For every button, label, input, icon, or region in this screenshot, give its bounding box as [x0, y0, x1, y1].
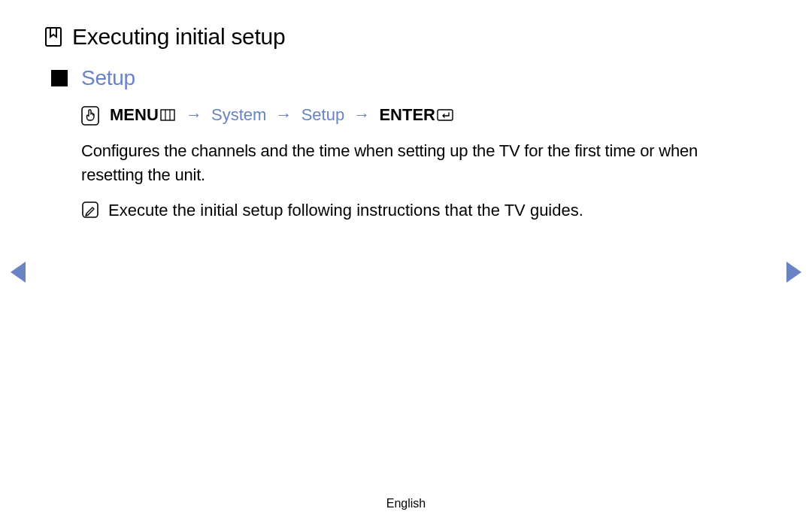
note-row: Execute the initial setup following inst…: [45, 199, 767, 223]
footer-language: English: [0, 497, 812, 510]
nav-system-label: System: [211, 105, 266, 124]
nav-arrow-1: →: [186, 105, 202, 124]
title-row: Executing initial setup: [45, 24, 767, 50]
section-heading: Setup: [81, 66, 135, 90]
svg-rect-5: [438, 110, 453, 120]
svg-rect-0: [46, 28, 61, 46]
enter-key-icon: [437, 106, 453, 126]
prev-page-arrow[interactable]: [11, 262, 26, 283]
square-bullet-icon: [51, 70, 68, 86]
nav-setup-label: Setup: [301, 105, 345, 124]
description-text: Configures the channels and the time whe…: [45, 139, 767, 187]
hand-pointer-icon: [81, 106, 99, 126]
nav-arrow-2: →: [276, 105, 292, 124]
note-icon: [81, 201, 99, 219]
page-title: Executing initial setup: [72, 24, 285, 50]
nav-enter-label: ENTER: [379, 105, 435, 124]
section-row: Setup: [45, 66, 767, 90]
svg-rect-2: [161, 110, 174, 120]
next-page-arrow[interactable]: [786, 262, 801, 283]
nav-path-row: MENU → System → Setup → ENTER: [45, 105, 767, 126]
bookmark-icon: [45, 27, 62, 47]
nav-arrow-3: →: [353, 105, 370, 124]
menu-grid-icon: [160, 106, 175, 126]
note-text: Execute the initial setup following inst…: [108, 199, 583, 223]
nav-menu-label: MENU: [110, 105, 159, 124]
